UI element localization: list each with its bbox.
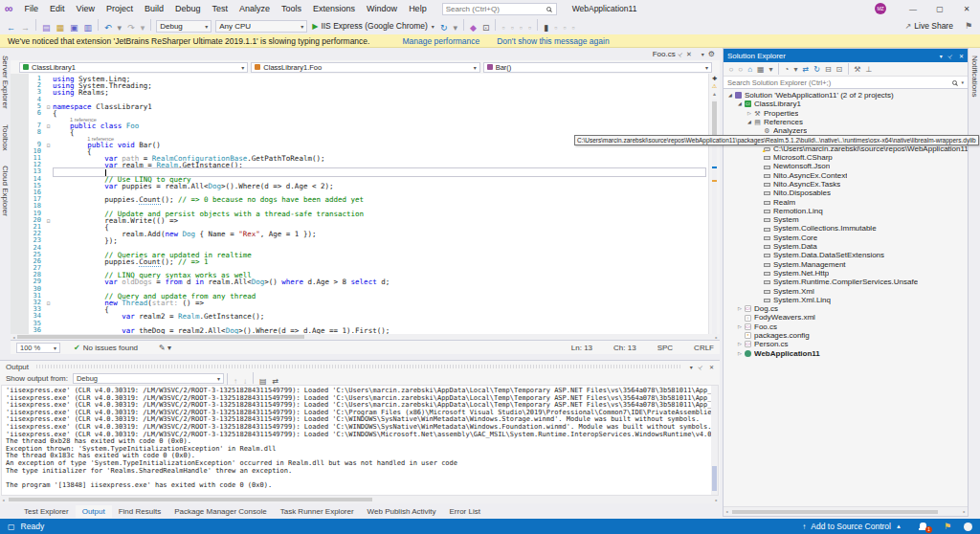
- tree-item-packages-config[interactable]: packages.config: [724, 331, 968, 340]
- close-icon[interactable]: ✕: [709, 364, 714, 370]
- active-files-dropdown-icon[interactable]: ▾: [702, 51, 704, 57]
- sync-with-active-document-icon[interactable]: ⇄: [800, 65, 812, 74]
- outdent-icon[interactable]: ▫: [560, 23, 568, 33]
- fold-marker[interactable]: ⊟: [44, 142, 53, 148]
- tree-item-system-data-datasetextensions[interactable]: System.Data.DataSetExtensions: [724, 251, 968, 259]
- panel-tab-find-results[interactable]: Find Results: [112, 505, 167, 518]
- line-number[interactable]: 36: [29, 327, 44, 334]
- code-line[interactable]: 20⊟ realm.Write(() =>: [11, 217, 720, 224]
- panel-tab-error-list[interactable]: Error List: [443, 505, 487, 518]
- scroll-right-icon[interactable]: ▸: [713, 498, 720, 502]
- fold-marker[interactable]: ⊟: [44, 300, 53, 306]
- scrollbar-thumb[interactable]: [9, 498, 372, 501]
- tree-item-properties[interactable]: ▷⚒Properties: [724, 109, 968, 118]
- pending-changes-filter-icon[interactable]: ◔: [782, 65, 791, 74]
- fold-marker[interactable]: ⊟: [44, 103, 53, 110]
- switch-views-icon[interactable]: ▦: [755, 65, 768, 74]
- tab-foo-cs[interactable]: Foo.cs ⊥ ✕: [648, 48, 697, 60]
- solution-platforms-dropdown[interactable]: Any CPU▾: [215, 20, 307, 33]
- scroll-left-icon[interactable]: ◂: [11, 335, 17, 340]
- refresh-icon[interactable]: ↻: [437, 23, 451, 33]
- line-indicator[interactable]: Ln: 13: [571, 344, 592, 352]
- undo-dropdown-icon[interactable]: ▾: [115, 23, 125, 33]
- code-line[interactable]: 26 puppies.Count(); // => 1: [11, 258, 720, 265]
- menu-project[interactable]: Project: [100, 2, 139, 15]
- code-line[interactable]: 36 var theDog = realm2.All<Dog>().Where(…: [11, 327, 720, 334]
- user-avatar[interactable]: MZ: [875, 3, 886, 14]
- line-number[interactable]: 5: [29, 103, 44, 110]
- window-position-icon[interactable]: ▾: [940, 53, 943, 59]
- refresh-icon[interactable]: ↻: [812, 65, 823, 74]
- comment-icon[interactable]: ▫: [569, 23, 578, 33]
- menu-debug[interactable]: Debug: [169, 2, 207, 15]
- run-target-dropdown-icon[interactable]: ▾: [432, 23, 434, 30]
- search-icon[interactable]: [546, 7, 551, 11]
- expander-icon[interactable]: ◢: [726, 91, 734, 100]
- save-all-icon[interactable]: ▥: [81, 23, 96, 33]
- tree-item-system-collections-immutable[interactable]: System.Collections.Immutable: [724, 224, 968, 233]
- code-line[interactable]: 3using Realms;: [11, 89, 720, 96]
- solution-explorer-search-box[interactable]: Search Solution Explorer (Ctrl+;) ▾: [724, 77, 968, 89]
- column-indicator[interactable]: Ch: 13: [613, 344, 636, 352]
- tree-item-system-management[interactable]: System.Management: [724, 260, 968, 269]
- tree-item-solution-webapplication11-2-of[interactable]: ◢Solution 'WebApplication11' (2 of 2 pro…: [724, 91, 968, 100]
- filter-dropdown-icon[interactable]: ▾: [791, 65, 800, 74]
- close-button[interactable]: ✕: [953, 0, 980, 17]
- tree-item-webapplication11[interactable]: ▷WebApplication11: [724, 349, 968, 358]
- tree-item-references[interactable]: ◢▤References: [724, 118, 968, 126]
- panel-tab-output[interactable]: Output: [76, 505, 112, 518]
- break-all-icon[interactable]: ▫: [499, 23, 507, 33]
- navigate-backward-icon[interactable]: ←: [4, 23, 18, 33]
- pin-icon[interactable]: ⊥: [947, 52, 955, 60]
- quick-search-box[interactable]: Search (Ctrl+Q): [442, 3, 557, 15]
- line-number[interactable]: 1: [29, 76, 44, 82]
- space-mode-indicator[interactable]: SPC: [657, 344, 673, 352]
- tree-item-dog-cs[interactable]: ▷Dog.cs: [724, 304, 968, 313]
- output-panel-title-bar[interactable]: Output ▾ ⊥ ✕: [0, 361, 720, 372]
- scroll-left-icon[interactable]: ◂: [0, 498, 7, 502]
- search-options-dropdown-icon[interactable]: ▾: [961, 79, 964, 85]
- tree-item-c-users-marcin-zarebski-source[interactable]: C:\Users\marcin.zarebski\source\repos\We…: [724, 145, 968, 153]
- output-console[interactable]: 'iisexpress.exe' (CLR v4.0.30319: /LM/W3…: [1, 385, 719, 496]
- menu-extensions[interactable]: Extensions: [307, 2, 361, 15]
- scroll-right-icon[interactable]: ▸: [713, 335, 720, 340]
- scrollbar-thumb[interactable]: [732, 510, 938, 514]
- step-into-icon[interactable]: ▫: [517, 23, 525, 33]
- tool-tab-toolbox[interactable]: Toolbox: [1, 117, 10, 159]
- solution-explorer-horizontal-scrollbar[interactable]: ◂ ▸: [724, 506, 968, 516]
- window-position-icon[interactable]: ▾: [690, 364, 693, 370]
- expander-icon[interactable]: ▷: [736, 304, 744, 313]
- panel-tab-web-publish-activity[interactable]: Web Publish Activity: [361, 505, 443, 518]
- tree-item-newtonsoft-json[interactable]: Newtonsoft.Json: [724, 162, 968, 170]
- issues-status[interactable]: No issues found: [83, 344, 138, 352]
- menu-build[interactable]: Build: [139, 2, 169, 15]
- output-horizontal-scrollbar[interactable]: ◂ ▸: [0, 496, 720, 503]
- tree-item-system-data[interactable]: System.Data: [724, 242, 968, 251]
- tree-item-nito-asyncex-context[interactable]: Nito.AsyncEx.Context: [724, 171, 968, 180]
- panel-tab-test-explorer[interactable]: Test Explorer: [17, 505, 76, 518]
- tree-item-classlibrary1[interactable]: ◢ClassLibrary1: [724, 100, 968, 108]
- forward-icon[interactable]: ○: [736, 65, 746, 74]
- fold-marker[interactable]: ⊟: [44, 122, 53, 129]
- screenshot-icon[interactable]: ⊡: [479, 23, 493, 33]
- tree-item-system-runtime-compilerservice[interactable]: System.Runtime.CompilerServices.Unsafe: [724, 278, 968, 286]
- output-source-dropdown[interactable]: Debug▾: [73, 373, 224, 384]
- preview-selected-items-icon[interactable]: ⊥: [863, 65, 875, 74]
- line-number[interactable]: 4: [29, 97, 44, 103]
- expander-icon[interactable]: ▷: [736, 340, 744, 348]
- tree-item-system-xml-linq[interactable]: System.Xml.Linq: [724, 296, 968, 304]
- type-dropdown[interactable]: ClassLibrary1.Foo▾: [251, 62, 479, 73]
- menu-tools[interactable]: Tools: [276, 2, 307, 15]
- save-icon[interactable]: ▣: [67, 23, 81, 33]
- back-icon[interactable]: ○: [726, 65, 736, 74]
- member-dropdown[interactable]: Bar()▾: [483, 62, 712, 73]
- panel-tab-task-runner-explorer[interactable]: Task Runner Explorer: [274, 505, 361, 518]
- tree-item-remotion-linq[interactable]: Remotion.Linq: [724, 207, 968, 215]
- navigate-forward-icon[interactable]: →: [18, 23, 33, 33]
- code-line[interactable]: 34 var realm2 = Realm.GetInstance();: [11, 313, 720, 320]
- step-over-icon[interactable]: ▫: [508, 23, 517, 33]
- line-number[interactable]: 8: [29, 129, 44, 136]
- tree-item-person-cs[interactable]: ▷Person.cs: [724, 340, 968, 348]
- code-area[interactable]: 1using System.Linq;2using System.Threadi…: [11, 74, 720, 334]
- menu-help[interactable]: Help: [403, 2, 433, 15]
